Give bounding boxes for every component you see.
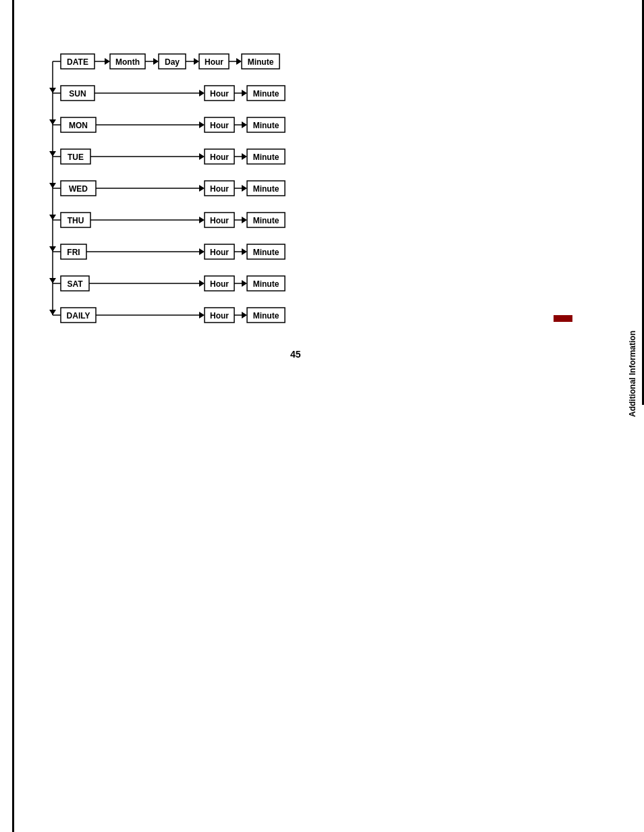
svg-text:TUE: TUE — [68, 152, 84, 162]
svg-marker-66 — [199, 185, 205, 192]
svg-text:MON: MON — [69, 121, 88, 130]
svg-text:Minute: Minute — [253, 248, 279, 257]
svg-marker-5 — [49, 151, 56, 157]
svg-marker-110 — [199, 312, 205, 318]
svg-text:DATE: DATE — [67, 57, 88, 67]
svg-text:Minute: Minute — [253, 121, 279, 130]
svg-marker-92 — [242, 248, 247, 255]
page-container: DATE Month Day Hour Minute SUN Hour — [0, 0, 644, 832]
svg-marker-81 — [242, 217, 247, 223]
svg-marker-18 — [153, 58, 159, 65]
svg-text:Hour: Hour — [205, 57, 223, 67]
svg-marker-103 — [242, 280, 247, 287]
svg-marker-7 — [49, 215, 56, 220]
svg-text:Hour: Hour — [210, 121, 229, 130]
svg-marker-22 — [194, 58, 199, 65]
svg-text:SUN: SUN — [69, 89, 86, 99]
svg-text:Hour: Hour — [210, 184, 229, 194]
svg-text:WED: WED — [69, 184, 88, 194]
red-rect — [554, 315, 572, 322]
svg-text:Hour: Hour — [210, 311, 229, 321]
svg-marker-37 — [242, 90, 247, 96]
svg-text:Month: Month — [115, 57, 140, 67]
svg-text:DAILY: DAILY — [67, 311, 90, 321]
left-border — [12, 0, 14, 832]
svg-marker-48 — [242, 121, 247, 128]
svg-text:FRI: FRI — [67, 248, 80, 257]
svg-marker-8 — [49, 246, 56, 252]
svg-text:Minute: Minute — [248, 57, 274, 67]
svg-text:Minute: Minute — [253, 184, 279, 194]
svg-text:Minute: Minute — [253, 311, 279, 321]
svg-marker-88 — [199, 248, 205, 255]
svg-text:Day: Day — [165, 57, 180, 67]
svg-text:Hour: Hour — [210, 216, 229, 225]
svg-marker-70 — [242, 185, 247, 192]
svg-marker-14 — [105, 58, 110, 65]
side-label: Additional Information — [628, 331, 637, 417]
svg-marker-114 — [242, 312, 247, 318]
svg-marker-3 — [49, 88, 56, 93]
svg-text:Minute: Minute — [253, 216, 279, 225]
svg-marker-10 — [49, 310, 56, 315]
svg-marker-26 — [236, 58, 242, 65]
svg-marker-4 — [49, 119, 56, 125]
page-number: 45 — [290, 349, 301, 360]
svg-text:Hour: Hour — [210, 279, 229, 289]
svg-text:Hour: Hour — [210, 152, 229, 162]
svg-text:Hour: Hour — [210, 89, 229, 99]
svg-text:THU: THU — [68, 216, 84, 225]
svg-marker-99 — [199, 280, 205, 287]
svg-marker-44 — [199, 121, 205, 128]
svg-marker-59 — [242, 153, 247, 160]
svg-text:Minute: Minute — [253, 89, 279, 99]
svg-text:Hour: Hour — [210, 248, 229, 257]
diagram-svg: DATE Month Day Hour Minute SUN Hour — [41, 51, 297, 334]
svg-text:SAT: SAT — [67, 279, 83, 289]
svg-marker-77 — [199, 217, 205, 223]
svg-marker-55 — [199, 153, 205, 160]
svg-marker-9 — [49, 278, 56, 283]
svg-marker-33 — [199, 90, 205, 96]
svg-text:Minute: Minute — [253, 279, 279, 289]
svg-marker-6 — [49, 183, 56, 188]
svg-text:Minute: Minute — [253, 152, 279, 162]
